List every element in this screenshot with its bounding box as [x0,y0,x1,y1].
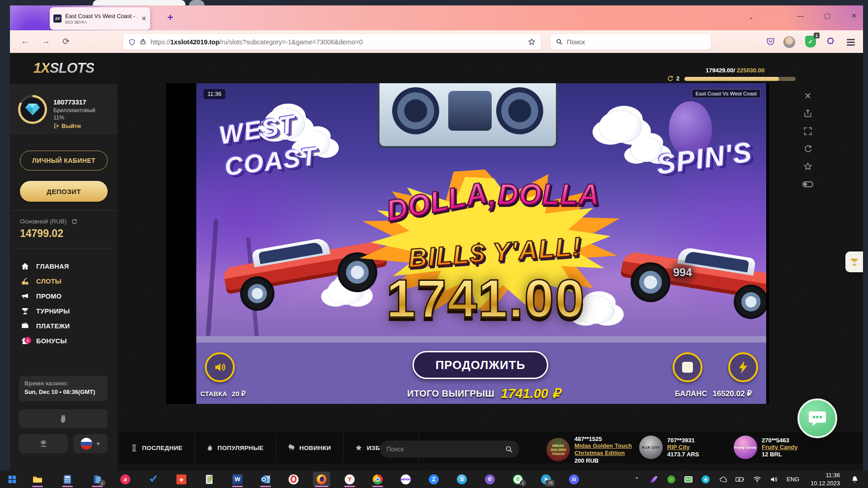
tab-list-chevron-icon[interactable]: ⌄ [749,14,754,20]
taskbar-firefox-icon[interactable] [313,472,330,487]
tray-robot-icon[interactable] [680,472,697,487]
balance-refresh-icon[interactable] [71,218,77,225]
taskbar-authy-icon[interactable]: ƨ [117,472,134,487]
back-button[interactable]: ← [21,36,29,46]
tracking-shield-icon[interactable] [128,38,136,46]
winner-amount: 12 BRL [762,451,797,458]
search-icon [505,445,513,453]
window-maximize-button[interactable]: ▢ [824,12,830,20]
stop-autoplay-button[interactable] [673,352,702,382]
tray-battery-icon[interactable] [731,472,749,487]
wager-progress-text: 179429.00/ 225030.00 [706,67,764,74]
share-icon[interactable] [802,107,814,120]
browser-tab[interactable]: 1X East Coast Vs West Coast - 1xSl БЕЗ З… [50,7,150,30]
turbo-button[interactable] [728,352,758,382]
support-button[interactable] [19,434,68,453]
phone-badge: 1 [99,480,105,486]
tray-idm-icon[interactable] [663,472,680,487]
taskbar-outlook-icon[interactable] [257,472,274,487]
lock-icon[interactable] [140,38,146,45]
taskbar-yandex-icon[interactable]: Y [341,472,358,487]
menu-hamburger-icon[interactable] [847,39,855,40]
adblock-shield-icon[interactable]: ✓ 1 [805,36,816,47]
language-selector[interactable]: ▼ [73,434,108,453]
home-icon [20,262,30,270]
tray-feather-icon[interactable] [645,472,663,487]
favorite-star-icon[interactable] [802,160,814,173]
taskbar-chrome-icon[interactable] [369,472,386,487]
svg-text:z: z [856,476,857,479]
tray-volume-icon[interactable] [766,472,783,487]
winner-item[interactable]: Fruity Candy 270**5463 Fruity Candy 12 B… [734,436,797,459]
android-app-button[interactable] [19,409,108,428]
deposit-button[interactable]: ДЕПОЗИТ [20,181,108,202]
taskbar-viber-icon[interactable]: ✆ [481,472,498,487]
pocket-icon[interactable] [766,37,775,47]
winner-game-link[interactable]: Fruity Candy [762,444,797,451]
site-logo[interactable]: 1X SLOTS [10,53,118,84]
sidebar-item-payments[interactable]: ПЛАТЕЖИ [20,318,70,333]
live-chat-button[interactable] [797,398,837,438]
tray-wifi-icon[interactable] [749,472,766,487]
taskbar-calculator-icon[interactable] [59,472,76,487]
taskbar-skype-icon[interactable]: S [453,472,470,487]
taskbar-yahoo-icon[interactable]: yahoo! [397,472,414,487]
account-button[interactable]: ЛИЧНЫЙ КАБИНЕТ [20,151,108,171]
taskbar-explorer-icon[interactable] [29,472,46,487]
window-close-button[interactable]: ✕ [851,12,857,20]
stop-icon [682,362,693,373]
bookmark-star-icon[interactable] [528,38,536,46]
taskbar-phone-link-icon[interactable]: 1 [89,472,106,487]
winner-game-link[interactable]: RIP City [667,444,699,451]
url-text[interactable]: https://1xslot42019.top/ru/slots?subcate… [151,38,528,46]
taskbar-telegram-icon[interactable]: ➤ .75 [537,472,555,487]
tray-eset-icon[interactable]: e [697,472,714,487]
taskbar-discord-icon[interactable]: ᗣ [565,472,583,487]
forward-button[interactable]: → [42,36,50,46]
url-bar[interactable]: https://1xslot42019.top/ru/slots?subcate… [123,34,541,50]
tournament-trophy-tab[interactable] [845,251,863,272]
tab-popular[interactable]: ПОПУЛЯРНЫЕ [195,433,276,463]
profile-avatar[interactable] [783,36,795,48]
taskbar-todo-icon[interactable] [145,472,162,487]
toolbar-search[interactable]: Поиск [550,34,711,50]
sidebar-item-bonuses[interactable]: БОНУСЫ 1 [20,333,70,348]
tray-notifications-bell-icon[interactable]: z [846,472,863,487]
wallet-icon [20,322,30,330]
sidebar-item-slots[interactable]: СЛОТЫ [20,274,70,289]
total-win-value: 1741.00 ₽ [501,386,560,401]
sidebar-item-tournaments[interactable]: ТУРНИРЫ [20,303,70,318]
level-progress-ring[interactable] [18,95,47,124]
reload-game-icon[interactable] [802,142,814,155]
tab-close-icon[interactable]: ✕ [141,15,147,22]
fullscreen-icon[interactable] [802,125,814,137]
taskbar-quick-assist-icon[interactable]: ◈ [173,472,190,487]
level-percent: 11% [53,114,95,121]
winner-item[interactable]: R.I.P. CITY 707**3931 RIP City 4173.7 AR… [639,436,699,459]
tray-clock[interactable]: 11:36 10.12.2023 [803,471,840,487]
taskbar-word-icon[interactable]: W [229,472,246,487]
new-tab-button[interactable]: + [167,12,173,24]
continue-button[interactable]: ПРОДОЛЖИТЬ [413,351,548,379]
logout-button[interactable]: Выйти [53,123,95,129]
games-search[interactable]: Поиск [380,441,519,458]
reload-button[interactable]: ⟳ [62,36,70,47]
respins-refresh-icon[interactable] [667,75,674,82]
tab-new[interactable]: НОВИНКИ [276,433,343,463]
tray-chevron-icon[interactable]: ⌃ [628,472,645,487]
sidebar-item-promo[interactable]: ПРОМО [20,289,70,303]
mode-toggle[interactable] [802,178,814,190]
sound-button[interactable] [205,352,235,382]
sidebar-item-home[interactable]: ГЛАВНАЯ [20,259,70,274]
close-game-icon[interactable]: ✕ [802,90,814,102]
taskbar-start-button[interactable] [4,472,21,487]
tray-language[interactable]: ENG [783,472,803,487]
taskbar-opera-icon[interactable] [285,472,302,487]
taskbar-notepad-icon[interactable] [201,472,218,487]
taskbar-whatsapp-icon[interactable]: ✆ 1 [509,472,526,487]
extensions-puzzle-icon[interactable] [826,37,835,46]
tab-latest[interactable]: ПОСЛЕДНИЕ [119,433,195,463]
taskbar-zoom-icon[interactable]: Z [425,472,442,487]
window-minimize-button[interactable]: — [797,12,804,19]
tray-onedrive-icon[interactable] [714,472,731,487]
